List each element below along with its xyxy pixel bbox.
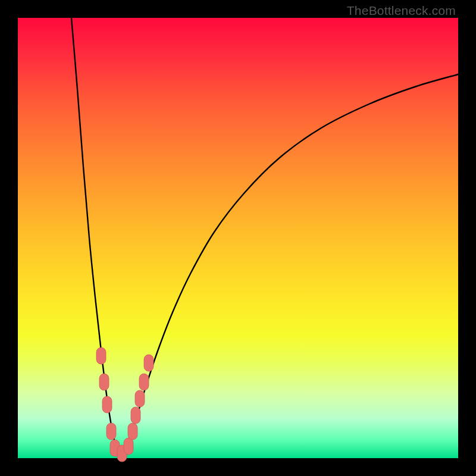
watermark-text: TheBottleneck.com bbox=[347, 4, 456, 18]
curve-marker bbox=[99, 374, 109, 390]
curve-marker bbox=[139, 374, 149, 390]
curve-marker bbox=[144, 355, 154, 371]
curve-marker bbox=[131, 407, 140, 424]
curve-layer bbox=[18, 18, 458, 458]
marker-group bbox=[96, 347, 154, 462]
curve-marker bbox=[107, 423, 116, 440]
curve-marker bbox=[135, 390, 145, 407]
curve-marker bbox=[124, 438, 133, 455]
chart-frame: TheBottleneck.com bbox=[0, 0, 476, 476]
plot-area bbox=[18, 18, 458, 458]
curve-marker bbox=[102, 396, 112, 413]
curve-marker bbox=[96, 347, 106, 364]
bottleneck-curve bbox=[71, 18, 458, 456]
curve-marker bbox=[128, 423, 137, 440]
